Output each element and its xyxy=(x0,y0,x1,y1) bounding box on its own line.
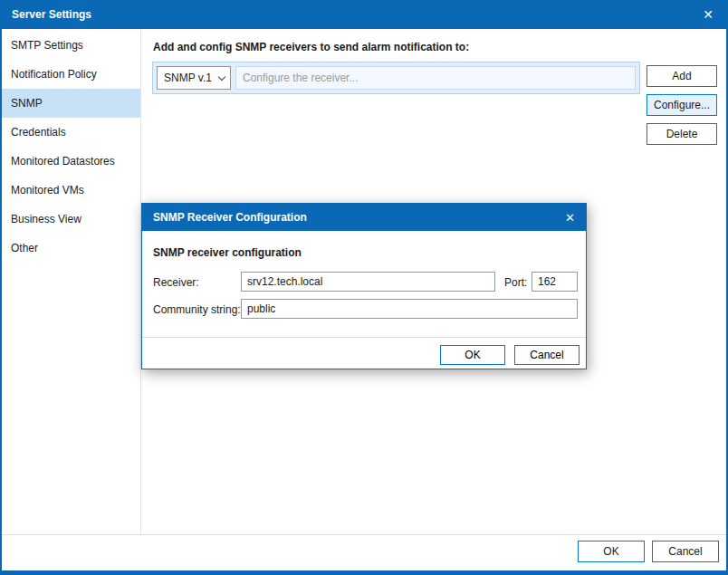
close-icon[interactable]: ✕ xyxy=(703,8,714,21)
add-button[interactable]: Add xyxy=(647,65,717,87)
modal-separator xyxy=(142,337,586,338)
modal-cancel-button[interactable]: Cancel xyxy=(514,345,580,365)
sidebar-item-snmp[interactable]: SNMP xyxy=(2,89,140,118)
modal-titlebar: SNMP Receiver Configuration ✕ xyxy=(142,204,586,231)
sidebar-item-credentials[interactable]: Credentials xyxy=(2,118,140,147)
chevron-down-icon xyxy=(213,67,230,89)
ok-button[interactable]: OK xyxy=(578,541,645,562)
configure-button[interactable]: Configure... xyxy=(647,94,717,116)
sidebar: SMTP Settings Notification Policy SNMP C… xyxy=(2,29,141,534)
window-title: Server Settings xyxy=(12,8,91,21)
snmp-version-value: SNMP v.1 xyxy=(164,72,212,84)
sidebar-item-notification-policy[interactable]: Notification Policy xyxy=(2,60,140,89)
snmp-version-select[interactable]: SNMP v.1 xyxy=(157,66,231,90)
receiver-field[interactable] xyxy=(241,272,495,292)
port-label: Port: xyxy=(504,276,527,289)
titlebar: Server Settings ✕ xyxy=(2,0,726,29)
sidebar-item-monitored-datastores[interactable]: Monitored Datastores xyxy=(2,147,140,176)
community-string-label: Community string: xyxy=(153,303,241,316)
port-field[interactable] xyxy=(532,272,578,292)
sidebar-item-smtp-settings[interactable]: SMTP Settings xyxy=(2,31,140,60)
modal-heading: SNMP receiver configuration xyxy=(153,246,302,259)
snmp-receiver-config-dialog: SNMP Receiver Configuration ✕ SNMP recei… xyxy=(141,203,587,369)
receiver-label: Receiver: xyxy=(153,276,199,289)
server-settings-window: Server Settings ✕ SMTP Settings Notifica… xyxy=(0,0,728,575)
sidebar-item-monitored-vms[interactable]: Monitored VMs xyxy=(2,176,140,205)
cancel-button[interactable]: Cancel xyxy=(652,541,719,562)
receiver-config-input[interactable] xyxy=(235,66,636,90)
footer-separator xyxy=(2,534,726,535)
sidebar-item-business-view[interactable]: Business View xyxy=(2,205,140,234)
sidebar-item-other[interactable]: Other xyxy=(2,234,140,263)
receiver-list-row[interactable]: SNMP v.1 xyxy=(152,62,640,94)
modal-close-icon[interactable]: ✕ xyxy=(565,212,575,224)
modal-title: SNMP Receiver Configuration xyxy=(153,211,307,224)
snmp-instruction-text: Add and config SNMP receivers to send al… xyxy=(153,41,469,53)
community-string-field[interactable] xyxy=(241,299,578,319)
modal-ok-button[interactable]: OK xyxy=(440,345,505,365)
delete-button[interactable]: Delete xyxy=(647,123,717,145)
